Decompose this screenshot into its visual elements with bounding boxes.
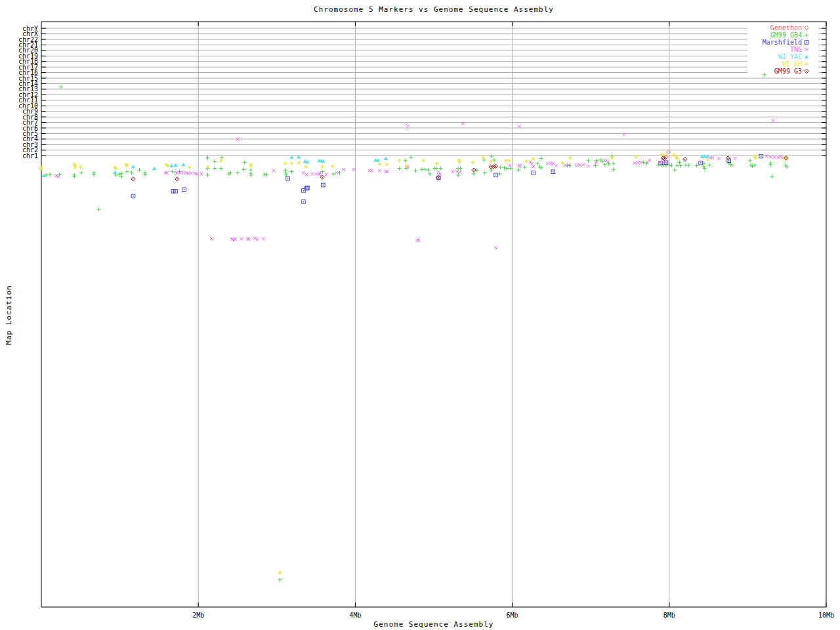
- data-point: [482, 158, 486, 162]
- data-point: [568, 156, 572, 160]
- data-point: [173, 163, 178, 167]
- data-point: [483, 171, 487, 175]
- legend-label: WI RH: [782, 60, 802, 68]
- data-point: [378, 169, 381, 173]
- data-point: [533, 173, 534, 173]
- data-point: [575, 163, 578, 167]
- data-point: [335, 171, 338, 175]
- data-point: [489, 160, 493, 164]
- data-point: [240, 237, 243, 240]
- data-point: [532, 157, 536, 161]
- data-point: [304, 165, 308, 169]
- data-point: [673, 168, 677, 172]
- y-tick-label: chr1: [22, 152, 38, 159]
- data-point: [404, 164, 408, 168]
- data-point: [728, 158, 728, 158]
- data-point: [152, 167, 157, 171]
- data-point: [635, 155, 639, 159]
- data-point: [771, 119, 774, 123]
- data-point: [677, 160, 681, 164]
- data-point: [481, 156, 485, 159]
- data-point: [427, 168, 430, 172]
- data-point: [325, 173, 328, 176]
- data-point: [666, 150, 670, 154]
- data-point: [181, 163, 186, 167]
- data-point: [748, 159, 752, 163]
- data-point: [297, 161, 301, 165]
- data-point: [314, 173, 318, 176]
- data-point: [303, 190, 304, 191]
- data-point: [306, 188, 307, 188]
- data-point: [184, 189, 184, 190]
- data-point: [786, 158, 786, 158]
- data-point: [711, 156, 714, 159]
- data-point: [397, 159, 401, 163]
- data-point: [131, 165, 136, 169]
- data-point: [473, 169, 474, 170]
- data-point: [421, 159, 425, 163]
- data-point: [687, 163, 691, 167]
- data-point: [278, 571, 282, 575]
- data-point: [190, 172, 193, 175]
- data-point: [603, 159, 606, 162]
- data-point: [669, 163, 673, 167]
- data-point: [322, 177, 322, 177]
- data-point: [458, 171, 461, 174]
- data-point: [530, 162, 534, 165]
- data-point: [675, 156, 679, 160]
- data-point: [770, 175, 774, 178]
- data-point: [606, 160, 610, 163]
- data-point: [438, 173, 442, 176]
- data-point: [219, 159, 223, 163]
- data-point: [133, 196, 133, 196]
- data-point: [278, 578, 282, 582]
- data-point: [302, 171, 305, 175]
- legend-marker: [805, 62, 808, 66]
- data-point: [310, 173, 314, 176]
- data-point: [765, 155, 768, 158]
- x-tick-label: 4Mb: [349, 612, 361, 619]
- data-point: [56, 175, 60, 178]
- data-point: [560, 161, 564, 165]
- data-point: [532, 165, 535, 169]
- data-point: [331, 172, 335, 176]
- data-point: [717, 157, 721, 160]
- data-point: [166, 163, 170, 167]
- data-point: [200, 173, 203, 176]
- data-point: [48, 173, 52, 177]
- data-point: [539, 156, 543, 160]
- data-point: [59, 85, 63, 89]
- data-point: [323, 184, 324, 185]
- data-point: [457, 160, 461, 164]
- data-point: [133, 178, 133, 179]
- data-point: [307, 187, 308, 188]
- data-point: [219, 167, 223, 171]
- plot-border: [41, 22, 826, 607]
- data-point: [497, 172, 501, 176]
- data-point: [262, 237, 265, 240]
- data-point: [58, 173, 62, 177]
- data-point: [290, 170, 294, 174]
- data-point: [439, 167, 443, 171]
- data-point: [385, 163, 388, 167]
- data-point: [125, 170, 129, 174]
- data-point: [705, 154, 710, 158]
- legend-label: GM99 G3: [774, 68, 802, 75]
- data-point: [490, 154, 494, 158]
- data-point: [761, 156, 761, 156]
- data-point: [206, 156, 210, 160]
- data-point: [79, 171, 83, 175]
- x-tick-label: 6Mb: [507, 612, 518, 619]
- data-point: [188, 165, 192, 169]
- data-point: [342, 168, 345, 171]
- data-point: [773, 156, 776, 159]
- data-point: [612, 161, 616, 165]
- data-point: [438, 177, 438, 178]
- data-point: [459, 167, 463, 171]
- data-point: [206, 173, 210, 177]
- data-point: [352, 168, 356, 171]
- data-point: [406, 125, 410, 128]
- data-point: [169, 163, 174, 167]
- data-point: [236, 171, 240, 175]
- data-point: [73, 165, 77, 169]
